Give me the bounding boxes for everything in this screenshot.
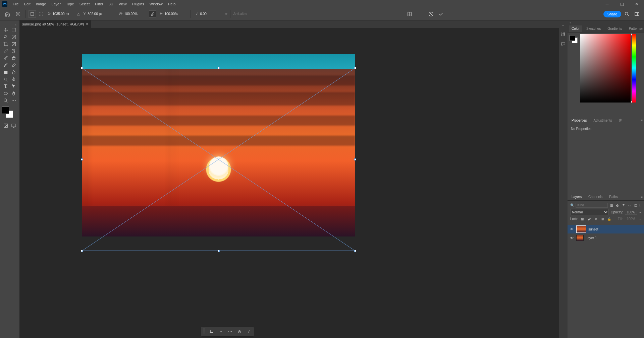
layer-thumbnail[interactable]: [576, 225, 586, 233]
pen-tool[interactable]: [10, 76, 18, 83]
tab-libraries[interactable]: 库: [616, 117, 625, 124]
transform-handle-bottom-mid[interactable]: [218, 250, 220, 252]
more-options-icon[interactable]: ⋯: [227, 329, 233, 335]
brush-tool[interactable]: [2, 55, 10, 62]
skew-h-icon[interactable]: ▱: [225, 12, 227, 16]
path-selection-tool[interactable]: [10, 83, 18, 90]
layer-name[interactable]: sunset: [588, 227, 598, 231]
reference-point-toggle[interactable]: [29, 10, 36, 18]
menu-file[interactable]: File: [10, 1, 21, 7]
h-value[interactable]: 100.00%: [164, 12, 186, 16]
properties-panel-menu-icon[interactable]: ≡: [641, 119, 643, 122]
filter-shape-icon[interactable]: ▭: [627, 203, 632, 208]
y-value[interactable]: 802.00 px: [88, 12, 109, 16]
toolbar-grip[interactable]: [203, 329, 205, 335]
shape-tool[interactable]: [2, 90, 10, 97]
zoom-tool[interactable]: [2, 97, 10, 104]
layer-thumbnail[interactable]: [576, 235, 584, 241]
strip-comments-icon[interactable]: [560, 41, 566, 47]
lasso-tool[interactable]: [2, 33, 10, 41]
type-tool[interactable]: T: [2, 83, 10, 90]
menu-select[interactable]: Select: [77, 1, 93, 7]
menu-image[interactable]: Image: [33, 1, 49, 7]
workspace-switcher-icon[interactable]: [633, 10, 641, 18]
tab-gradients[interactable]: Gradients: [605, 25, 625, 32]
lock-artboard-icon[interactable]: ⊞: [600, 217, 605, 221]
filter-adjustment-icon[interactable]: ◐: [615, 203, 620, 208]
reference-point-grid[interactable]: [37, 10, 45, 18]
gradient-tool[interactable]: [2, 69, 10, 76]
marquee-tool[interactable]: [10, 26, 18, 33]
share-button[interactable]: Share: [603, 11, 621, 17]
document-tab[interactable]: sunrise.png @ 50% (sunset, RGB/8#) ×: [19, 20, 91, 28]
eraser-tool[interactable]: [10, 62, 18, 69]
menu-help[interactable]: Help: [165, 1, 178, 7]
window-maximize[interactable]: ▢: [614, 0, 629, 8]
layer-filter-kind[interactable]: Kind: [576, 203, 608, 208]
home-icon[interactable]: [3, 9, 12, 19]
search-icon[interactable]: [623, 10, 631, 18]
reset-icon[interactable]: ⌖: [218, 329, 224, 335]
menu-3d[interactable]: 3D: [106, 1, 116, 7]
history-brush-tool[interactable]: [2, 62, 10, 69]
tab-layers[interactable]: Layers: [569, 194, 584, 200]
flip-horizontal-icon[interactable]: ⇆: [208, 329, 214, 335]
color-panel-menu-icon[interactable]: ≡: [641, 27, 643, 30]
tab-paths[interactable]: Paths: [606, 194, 621, 200]
menu-view[interactable]: View: [116, 1, 129, 7]
lock-pixels-icon[interactable]: 🖌: [587, 217, 592, 221]
eyedropper-tool[interactable]: [2, 48, 10, 55]
object-selection-tool[interactable]: [10, 33, 18, 41]
lock-position-icon[interactable]: ✥: [594, 217, 598, 221]
opacity-value[interactable]: 100%: [625, 210, 637, 215]
panel-foreground-color[interactable]: [570, 35, 575, 41]
strip-adjustments-icon[interactable]: [560, 31, 566, 37]
layer-visibility-icon[interactable]: 👁: [570, 227, 574, 231]
canvas-viewport[interactable]: ⇆ ⌖ ⋯ ⊘ ✓: [19, 28, 568, 338]
layer-visibility-icon[interactable]: 👁: [570, 236, 574, 240]
color-saturation-picker[interactable]: [580, 34, 631, 103]
layer-name[interactable]: Layer 1: [586, 236, 597, 240]
blend-mode-select[interactable]: Normal: [570, 209, 609, 215]
commit-transform-icon[interactable]: [437, 10, 445, 18]
frame-tool[interactable]: [10, 41, 18, 48]
healing-brush-tool[interactable]: [10, 48, 18, 55]
tab-channels[interactable]: Channels: [586, 194, 605, 200]
move-tool[interactable]: [2, 26, 10, 33]
filter-type-icon[interactable]: T: [621, 203, 626, 208]
lock-all-icon[interactable]: 🔒: [607, 217, 612, 221]
fill-value[interactable]: 100%: [625, 216, 637, 221]
transform-floating-toolbar[interactable]: ⇆ ⌖ ⋯ ⊘ ✓: [201, 327, 254, 337]
hand-tool[interactable]: [10, 90, 18, 97]
close-tab-icon[interactable]: ×: [86, 22, 88, 26]
clone-stamp-tool[interactable]: [10, 55, 18, 62]
tab-properties[interactable]: Properties: [569, 117, 590, 124]
foreground-color[interactable]: [2, 107, 9, 114]
transform-handle-bottom-right[interactable]: [354, 250, 356, 252]
aspect-link-icon[interactable]: [149, 10, 156, 18]
window-minimize[interactable]: ─: [600, 0, 614, 8]
color-swatch[interactable]: [2, 107, 13, 118]
menu-filter[interactable]: Filter: [92, 1, 106, 7]
dodge-tool[interactable]: [2, 76, 10, 83]
cancel-icon[interactable]: ⊘: [236, 329, 243, 335]
menu-type[interactable]: Type: [63, 1, 77, 7]
angle-value[interactable]: 0.00: [200, 12, 221, 16]
collapse-tools-icon[interactable]: «: [2, 23, 18, 26]
lock-transparency-icon[interactable]: ▩: [580, 217, 585, 221]
canvas[interactable]: [82, 54, 355, 236]
filter-smart-icon[interactable]: ◫: [633, 203, 638, 208]
swap-xy-icon[interactable]: △: [77, 12, 80, 16]
cancel-transform-icon[interactable]: [427, 10, 435, 18]
layers-panel-menu-icon[interactable]: ≡: [641, 195, 643, 199]
filter-pixel-icon[interactable]: ▦: [609, 203, 614, 208]
menu-layer[interactable]: Layer: [49, 1, 63, 7]
commit-icon[interactable]: ✓: [246, 329, 252, 335]
menu-plugins[interactable]: Plugins: [129, 1, 147, 7]
transform-tool-icon[interactable]: [13, 9, 23, 19]
collapse-panels-icon[interactable]: «: [568, 20, 644, 25]
menu-window[interactable]: Window: [147, 1, 165, 7]
tab-adjustments[interactable]: Adjustments: [591, 117, 615, 124]
warp-mode-icon[interactable]: [405, 10, 414, 18]
blur-tool[interactable]: [10, 69, 18, 76]
